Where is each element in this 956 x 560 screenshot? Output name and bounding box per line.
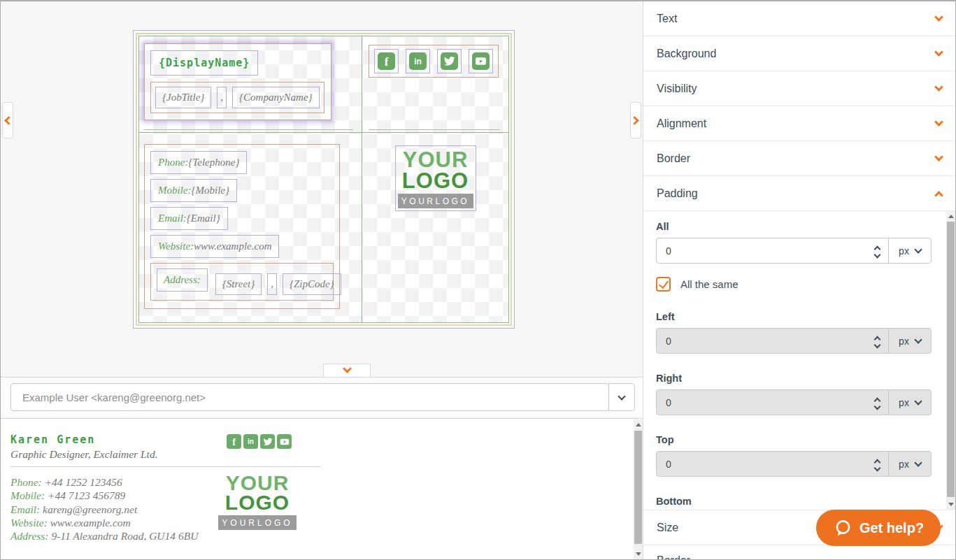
padding-right-input: 0 px: [656, 389, 932, 415]
preview-name: Karen Green: [10, 433, 95, 446]
chevron-down-icon: [934, 13, 943, 22]
linkedin-icon-cell[interactable]: in: [406, 49, 430, 73]
chevron-down-icon: [934, 48, 943, 57]
logo-placeholder[interactable]: YOUR LOGO YOURLOGO: [395, 145, 476, 211]
all-the-same-checkbox[interactable]: [656, 277, 671, 292]
padding-section-body: All 0 px All the same Left: [643, 211, 955, 510]
section-alignment[interactable]: Alignment: [643, 106, 955, 141]
scrollbar-thumb[interactable]: [947, 222, 955, 497]
signature-preview-pane: Karen Green Graphic Designer, Exclaimer …: [1, 418, 643, 559]
job-title-field[interactable]: {JobTitle}: [155, 87, 211, 108]
preview-address-line: Address: 9-11 Alexandra Road, GU14 6BU: [10, 529, 198, 543]
template-cell-logo: YOUR LOGO YOURLOGO: [362, 133, 508, 322]
address-label-field[interactable]: Address:: [157, 268, 208, 292]
chevron-up-icon: [934, 191, 943, 200]
all-the-same-row: All the same: [656, 275, 932, 292]
collapse-bottom-tab[interactable]: [323, 364, 371, 377]
facebook-icon: f: [227, 434, 241, 449]
separator-field[interactable]: ,: [217, 87, 227, 108]
padding-top-label: Top: [656, 434, 932, 445]
collapse-left-tab[interactable]: [2, 102, 13, 138]
scroll-up-icon[interactable]: [948, 215, 954, 218]
twitter-icon: [441, 52, 458, 70]
padding-left-input: 0 px: [656, 328, 932, 354]
preview-email-line: Email: kareng@greenorg.net: [10, 503, 198, 516]
template-cell-contact: Phone: {Telephone} Mobile: {Mobile} Emai…: [139, 133, 362, 322]
unit-select[interactable]: px: [888, 238, 931, 263]
stepper-down-icon[interactable]: [874, 251, 881, 258]
youtube-icon: [472, 52, 490, 70]
section-background[interactable]: Background: [643, 36, 955, 71]
youtube-icon-cell[interactable]: [469, 49, 493, 73]
facebook-icon-cell[interactable]: f: [374, 49, 399, 73]
padding-top-input: 0 px: [656, 451, 932, 477]
editor-column: {DisplayName} {JobTitle} , {CompanyName}: [1, 1, 643, 559]
preview-user-bar: Example User <kareng@greenorg.net>: [1, 378, 643, 418]
preview-role-line: Graphic Designer, Exclaimer Ltd.: [10, 448, 158, 461]
row-divider: [144, 129, 353, 130]
scroll-down-icon[interactable]: [948, 503, 954, 506]
chevron-down-icon: [934, 117, 943, 127]
contact-block[interactable]: Phone: {Telephone} Mobile: {Mobile} Emai…: [144, 144, 340, 309]
preview-phone-line: Phone: +44 1252 123456: [10, 475, 198, 489]
preview-logo: YOUR LOGO YOURLOGO: [218, 473, 297, 530]
twitter-icon-cell[interactable]: [437, 49, 462, 73]
preview-mobile-line: Mobile: +44 7123 456789: [10, 489, 198, 502]
collapse-right-tab[interactable]: [630, 102, 641, 138]
address-separator-field[interactable]: ,: [267, 273, 277, 295]
row-divider: [369, 129, 500, 130]
linkedin-icon: in: [409, 52, 427, 70]
job-company-row[interactable]: {JobTitle} , {CompanyName}: [150, 82, 324, 113]
chevron-right-icon: [630, 116, 639, 125]
scrollbar-thumb[interactable]: [634, 431, 642, 544]
preview-user-select-button[interactable]: [608, 383, 635, 411]
design-canvas: {DisplayName} {JobTitle} , {CompanyName}: [1, 1, 643, 378]
facebook-icon: f: [378, 52, 395, 70]
signature-template: {DisplayName} {JobTitle} , {CompanyName}: [133, 30, 515, 329]
stepper: [875, 245, 880, 257]
padding-right-label: Right: [656, 373, 932, 384]
padding-all-label: All: [656, 221, 932, 232]
get-help-button[interactable]: Get help?: [816, 510, 941, 546]
address-row[interactable]: Address: {Street} , {ZipCode}: [150, 263, 334, 301]
scroll-down-icon[interactable]: [636, 552, 641, 556]
phone-field[interactable]: Phone: {Telephone}: [150, 151, 247, 174]
display-name-field[interactable]: {DisplayName}: [150, 50, 258, 76]
preview-website-line: Website: www.example.com: [10, 516, 198, 529]
social-icons-block[interactable]: f in: [369, 45, 499, 78]
preview-social-icons: f in: [227, 434, 292, 449]
chevron-down-icon: [914, 245, 922, 253]
scroll-up-icon[interactable]: [636, 423, 641, 426]
template-cell-social: f in: [362, 36, 508, 133]
preview-scrollbar[interactable]: [634, 419, 643, 559]
preview-contact-fields: Phone: +44 1252 123456 Mobile: +44 7123 …: [10, 475, 198, 543]
section-visibility[interactable]: Visibility: [643, 71, 955, 106]
email-field[interactable]: Email: {Email}: [150, 207, 228, 230]
chevron-left-icon: [4, 116, 13, 125]
street-field[interactable]: {Street}: [215, 273, 262, 295]
help-bubble-icon: [833, 519, 852, 538]
zipcode-field[interactable]: {ZipCode}: [283, 273, 341, 295]
twitter-icon: [260, 434, 275, 449]
selected-name-block[interactable]: {DisplayName} {JobTitle} , {CompanyName}: [144, 43, 331, 120]
preview-divider: [10, 466, 320, 467]
section-padding[interactable]: Padding: [643, 176, 955, 211]
mobile-field[interactable]: Mobile: {Mobile}: [150, 179, 237, 202]
properties-panel: Text Background Visibility Alignment Bor…: [643, 1, 955, 559]
chevron-down-icon: [618, 392, 625, 400]
section-partial[interactable]: Border: [643, 545, 955, 559]
company-name-field[interactable]: {CompanyName}: [232, 87, 320, 108]
padding-left-label: Left: [656, 311, 932, 322]
template-cell-name: {DisplayName} {JobTitle} , {CompanyName}: [139, 36, 362, 133]
section-border[interactable]: Border: [643, 141, 955, 176]
website-field[interactable]: Website: www.example.com: [150, 235, 279, 258]
chevron-down-icon: [343, 364, 352, 373]
signature-designer-window: {DisplayName} {JobTitle} , {CompanyName}: [0, 0, 956, 560]
padding-all-input[interactable]: 0 px: [656, 238, 932, 264]
preview-user-select[interactable]: Example User <kareng@greenorg.net>: [10, 383, 609, 411]
padding-bottom-label: Bottom: [656, 496, 932, 507]
section-text[interactable]: Text: [643, 1, 955, 36]
linkedin-icon: in: [243, 434, 258, 449]
chevron-down-icon: [934, 152, 943, 161]
padding-scrollbar[interactable]: [946, 211, 955, 510]
